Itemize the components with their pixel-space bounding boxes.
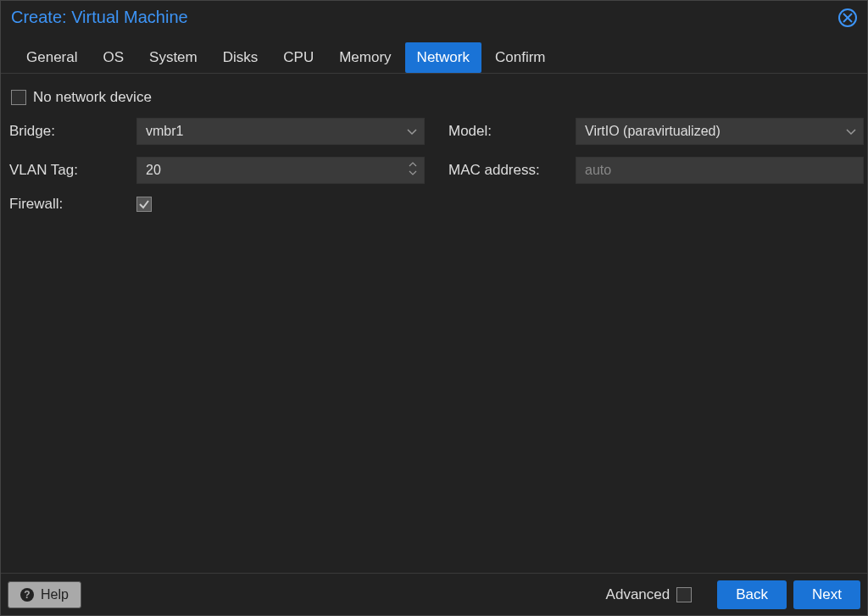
no-network-label: No network device: [33, 89, 152, 106]
bridge-label: Bridge:: [9, 123, 136, 140]
wizard-tabs: General OS System Disks CPU Memory Netwo…: [1, 34, 867, 74]
spinner-icon: [409, 162, 417, 179]
network-panel: No network device Bridge: vmbr1 Model: V…: [1, 74, 867, 573]
help-icon: ?: [20, 588, 34, 602]
footer: ? Help Advanced Back Next: [1, 573, 867, 615]
tab-general[interactable]: General: [14, 42, 89, 73]
tab-os[interactable]: OS: [91, 42, 136, 73]
tab-confirm[interactable]: Confirm: [483, 42, 558, 73]
dialog-title: Create: Virtual Machine: [11, 8, 188, 27]
check-icon: [138, 198, 150, 210]
next-button[interactable]: Next: [793, 580, 860, 609]
vm-create-dialog: Create: Virtual Machine General OS Syste…: [0, 0, 868, 616]
vlan-label: VLAN Tag:: [9, 162, 136, 179]
tab-system[interactable]: System: [137, 42, 209, 73]
chevron-down-icon: [846, 124, 856, 139]
model-label: Model:: [448, 123, 576, 140]
close-button[interactable]: [838, 8, 857, 27]
help-label: Help: [41, 587, 69, 602]
mac-label: MAC address:: [448, 162, 576, 179]
firewall-label: Firewall:: [9, 196, 136, 213]
mac-placeholder: auto: [585, 163, 611, 178]
tab-network[interactable]: Network: [405, 42, 481, 73]
advanced-checkbox[interactable]: [676, 587, 692, 602]
vlan-tag-input[interactable]: 20: [136, 157, 425, 184]
mac-address-input[interactable]: auto: [576, 157, 864, 184]
tab-memory[interactable]: Memory: [327, 42, 403, 73]
help-button[interactable]: ? Help: [8, 581, 81, 608]
advanced-label: Advanced: [606, 586, 670, 603]
bridge-select[interactable]: vmbr1: [136, 118, 425, 145]
back-button[interactable]: Back: [717, 580, 787, 609]
chevron-down-icon: [407, 124, 417, 139]
close-icon: [843, 13, 853, 23]
titlebar: Create: Virtual Machine: [1, 1, 867, 34]
tab-cpu[interactable]: CPU: [271, 42, 326, 73]
no-network-checkbox[interactable]: [11, 90, 26, 105]
tab-disks[interactable]: Disks: [211, 42, 270, 73]
advanced-toggle: Advanced: [606, 586, 693, 603]
model-select[interactable]: VirtIO (paravirtualized): [576, 118, 864, 145]
bridge-value: vmbr1: [146, 124, 183, 139]
model-value: VirtIO (paravirtualized): [585, 124, 721, 139]
vlan-value: 20: [146, 163, 161, 178]
firewall-checkbox[interactable]: [136, 197, 152, 212]
